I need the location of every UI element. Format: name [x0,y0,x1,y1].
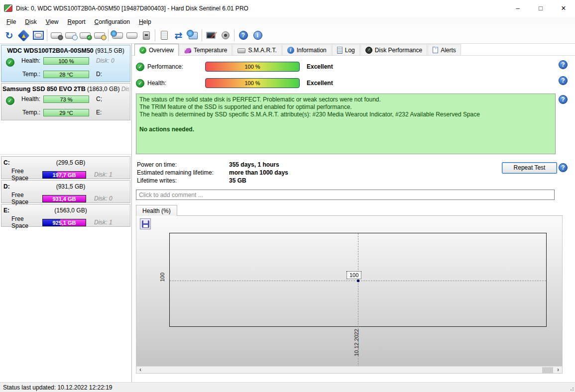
repeat-test-button[interactable]: Repeat Test [502,162,557,174]
disk-view-icon[interactable] [31,28,45,42]
disk-ok-icon[interactable]: ✓ [78,28,92,42]
help-icon[interactable]: ? [559,76,568,85]
lifetime-info: Power on time: 355 days, 1 hours Estimat… [132,161,575,185]
disk-search-icon[interactable] [92,28,107,42]
partition-item-e[interactable]: E: (1563,0 GB) Free Space 925,1 GB Disk:… [1,204,130,227]
save-chart-button[interactable] [140,218,151,229]
partition-item-c[interactable]: C: (299,5 GB) Free Space 197,7 GB Disk: … [1,156,130,179]
disk-ok-status-icon: ✓ [6,97,14,105]
overview-check-icon: ✓ [139,47,146,54]
lifetime-writes-label: Lifetime writes: [137,177,229,185]
menu-disk[interactable]: Disk [20,17,41,26]
desktop-edit-icon[interactable] [204,28,218,42]
health-rating: Excellent [307,80,333,87]
tab-temperature[interactable]: Temperature [179,44,232,55]
performance-rating: Excellent [307,63,333,70]
health-meter: 100 % [205,78,300,88]
disk-plain-icon[interactable] [124,28,139,42]
app-window: Disk: 0, WDC WDS100T2B0A-00SM50 [19487D8… [0,0,575,392]
disk-number: Disk: 0 [88,195,128,202]
menu-help[interactable]: Help [134,17,156,26]
x-axis-tick: 10.12.2022 [353,329,359,356]
lifetime-writes-value: 35 GB [229,177,575,185]
free-space-bar: 197,7 GB [42,171,86,179]
tab-information[interactable]: i Information [282,44,332,55]
disk-list: WDC WDS100T2B0A-00SM50 (931,5 GB) ✓ Heal… [0,44,131,154]
health-chart-panel: 100 100 10.12.2022 ‹ › [136,216,563,374]
status-no-action: No actions needed. [139,126,552,133]
toolbar: ↻ ▲ ✓ ⇄ ? i [0,27,575,44]
menu-report[interactable]: Report [63,17,90,26]
health-bar: 100 % [43,57,89,65]
resize-grip-icon[interactable] [569,386,574,391]
alerts-page-icon [433,47,438,53]
report-icon[interactable] [157,28,171,42]
disk-title: WDC WDS100T2B0A-00SM50 (931,5 GB) [2,46,129,56]
gauge-icon [365,47,372,54]
health-label: Health: [147,80,202,87]
temp-bar: 29 °C [43,109,89,116]
health-label: Health: [17,96,43,102]
disk-network-icon[interactable] [110,28,124,42]
tab-log[interactable]: Log [332,44,360,55]
free-space-bar: 931,4 GB [42,195,86,202]
window-title: Disk: 0, WDC WDS100T2B0A-00SM50 [19487D8… [16,5,506,12]
help-icon[interactable]: ? [559,95,568,104]
menu-bar: File Disk View Report Configuration Help [0,16,575,27]
menu-configuration[interactable]: Configuration [90,17,134,26]
scrollbar-thumb[interactable] [542,367,553,373]
info-icon[interactable]: i [250,28,265,42]
help-icon[interactable]: ? [236,28,250,42]
disk-ok-status-icon: ✓ [6,58,14,67]
disk-item-samsung[interactable]: Samsung SSD 850 EVO 2TB (1863,0 GB) Disk… [1,83,130,120]
tab-overview[interactable]: ✓ Overview [134,44,179,56]
partition-letters: C; [91,96,129,102]
surface-alert-icon[interactable]: ▲ [16,28,31,42]
app-logo-icon [4,4,12,12]
status-last-updated: Status last updated: 10.12.2022 12:22:19 [3,384,113,391]
sync-icon[interactable]: ⇄ [171,28,186,42]
connector-icon[interactable] [139,28,153,42]
help-icon[interactable]: ? [559,60,568,69]
menu-view[interactable]: View [41,17,63,26]
partition-letters: D: [91,71,129,78]
partition-list: C: (299,5 GB) Free Space 197,7 GB Disk: … [0,154,131,382]
partition-size: (299,5 GB) [33,158,108,168]
info-balloon-icon: i [287,47,294,54]
temp-bar: 28 °C [43,71,89,78]
partition-letter: D: [3,182,33,192]
disk-clock-icon[interactable] [63,28,78,42]
ok-status-icon: ✓ [136,79,144,88]
help-icon[interactable]: ? [559,163,568,172]
sound-icon[interactable] [218,28,232,42]
status-bar: Status last updated: 10.12.2022 12:22:19 [0,382,575,392]
performance-meter: 100 % [205,62,300,72]
scroll-left-icon[interactable]: ‹ [136,367,144,373]
log-document-icon [337,47,343,54]
scroll-right-icon[interactable]: › [554,367,562,373]
y-axis-tick: 100 [159,273,165,282]
tab-alerts[interactable]: Alerts [428,44,461,55]
disk-item-wdc[interactable]: WDC WDS100T2B0A-00SM50 (931,5 GB) ✓ Heal… [1,45,130,82]
performance-label: Performance: [147,63,202,70]
data-point-label: 100 [346,271,361,279]
maximize-button[interactable]: □ [529,0,552,16]
performance-row: ✓ Performance: 100 % Excellent ? [136,61,575,72]
status-line: The health is determined by SSD specific… [139,111,552,118]
tab-smart[interactable]: S.M.A.R.T. [232,44,281,55]
close-button[interactable]: ✕ [552,0,575,16]
tab-bar: ✓ Overview Temperature S.M.A.R.T. i Info… [132,44,575,56]
refresh-icon[interactable]: ↻ [2,28,16,42]
network-status-icon[interactable] [186,28,200,42]
menu-file[interactable]: File [2,17,20,26]
disk-gauge-icon[interactable] [49,28,63,42]
chart-scrollbar[interactable]: ‹ › [136,366,562,373]
floppy-icon [142,220,149,228]
tab-disk-performance[interactable]: Disk Performance [360,44,427,55]
temp-label: Temp.: [17,109,43,116]
minimize-button[interactable]: – [506,0,529,16]
partition-item-d[interactable]: D: (931,5 GB) Free Space 931,4 GB Disk: … [1,180,130,203]
comment-input[interactable] [136,190,555,200]
chart-tab-health[interactable]: Health (%) [136,205,177,216]
partition-size: (1563,0 GB) [33,205,108,215]
